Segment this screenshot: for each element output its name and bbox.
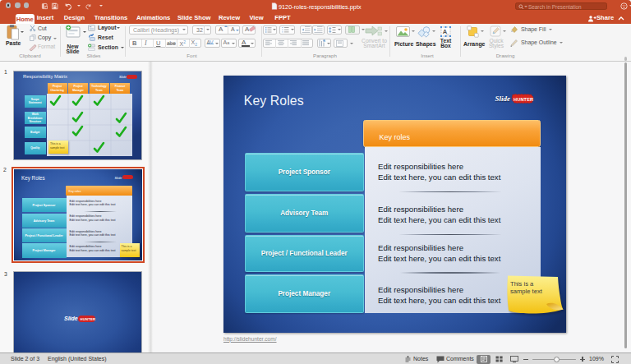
svg-text:A: A <box>323 39 325 43</box>
svg-text:HUNTER: HUNTER <box>514 97 533 102</box>
svg-text:A: A <box>443 27 448 35</box>
